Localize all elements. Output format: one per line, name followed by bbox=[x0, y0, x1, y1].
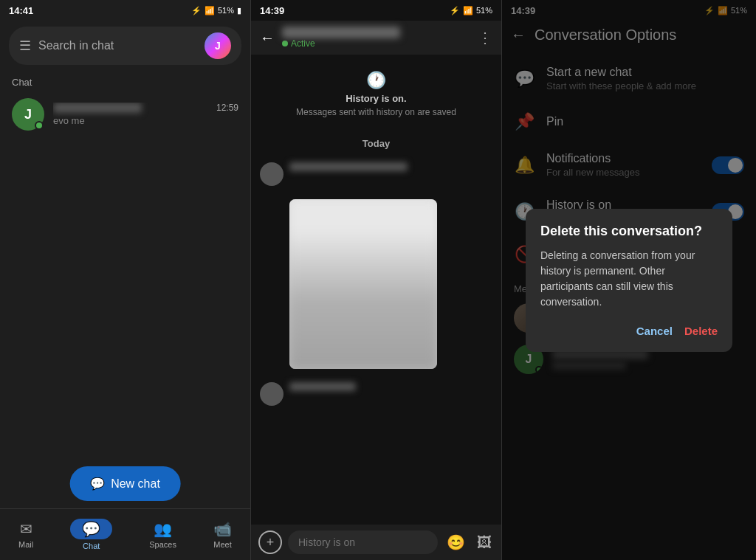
signal-icon: 📶 bbox=[205, 6, 215, 15]
dialog-cancel-button[interactable]: Cancel bbox=[636, 325, 673, 337]
status-bar-panel2: 14:39 ⚡ 📶 51% bbox=[251, 0, 501, 21]
nav-chat-label: Chat bbox=[83, 542, 100, 550]
status-icons-panel1: ⚡ 📶 51% ▮ bbox=[191, 6, 241, 15]
chat-list-panel: 14:41 ⚡ 📶 51% ▮ ☰ Search in chat J Chat … bbox=[0, 0, 251, 560]
sender-avatar-small bbox=[260, 162, 284, 186]
battery-text-p2: 51% bbox=[476, 6, 492, 15]
chat-view-panel: 14:39 ⚡ 📶 51% ← Active ⋮ 🕐 History is on… bbox=[251, 0, 502, 560]
history-subtitle: Messages sent with history on are saved bbox=[296, 107, 456, 117]
status-icons-panel2: ⚡ 📶 51% bbox=[450, 6, 492, 15]
dialog-delete-button[interactable]: Delete bbox=[684, 325, 718, 337]
nav-spaces[interactable]: 👥 Spaces bbox=[149, 520, 176, 549]
emoji-button[interactable]: 😊 bbox=[444, 530, 468, 554]
add-attachment-button[interactable]: + bbox=[258, 530, 282, 554]
message-text-blurred-2 bbox=[289, 382, 356, 391]
chat-input-bar: + 😊 🖼 ➤ bbox=[251, 525, 501, 560]
bluetooth-icon-p2: ⚡ bbox=[450, 6, 460, 15]
time-panel1: 14:41 bbox=[9, 5, 33, 16]
chat-section-label: Chat bbox=[0, 71, 250, 91]
mail-icon: ✉ bbox=[20, 520, 32, 538]
delete-dialog: Delete this conversation? Deleting a con… bbox=[526, 209, 732, 352]
chat-info: 12:59 evo me bbox=[53, 103, 238, 126]
battery-icon: ▮ bbox=[237, 6, 241, 15]
dialog-body: Deleting a conversation from your histor… bbox=[540, 248, 718, 310]
delete-dialog-overlay[interactable]: Delete this conversation? Deleting a con… bbox=[502, 0, 756, 560]
message-text-blurred bbox=[289, 162, 408, 171]
hamburger-icon[interactable]: ☰ bbox=[19, 38, 31, 54]
battery-text: 51% bbox=[218, 6, 234, 15]
nav-chat[interactable]: 💬 Chat bbox=[70, 519, 112, 550]
chat-input[interactable] bbox=[288, 530, 438, 554]
user-avatar[interactable]: J bbox=[205, 32, 231, 59]
chat-icon-bg: 💬 bbox=[70, 519, 112, 539]
chat-time: 12:59 bbox=[216, 103, 238, 113]
image-blur bbox=[289, 199, 437, 369]
meet-icon: 📹 bbox=[213, 520, 232, 538]
status-bar-panel1: 14:41 ⚡ 📶 51% ▮ bbox=[0, 0, 250, 21]
today-label: Today bbox=[260, 138, 492, 149]
history-notice-icon: 🕐 bbox=[366, 71, 386, 90]
bottom-nav: ✉ Mail 💬 Chat 👥 Spaces 📹 Meet bbox=[0, 508, 250, 560]
nav-mail-label: Mail bbox=[18, 540, 33, 549]
chat-nav-icon: 💬 bbox=[82, 520, 100, 538]
kebab-menu-button[interactable]: ⋮ bbox=[478, 29, 492, 46]
nav-mail[interactable]: ✉ Mail bbox=[18, 520, 33, 549]
new-chat-label: New chat bbox=[111, 477, 160, 491]
search-placeholder: Search in chat bbox=[38, 39, 197, 52]
plus-icon: + bbox=[267, 535, 275, 550]
dialog-buttons: Cancel Delete bbox=[540, 325, 718, 337]
new-chat-button[interactable]: 💬 New chat bbox=[69, 466, 181, 501]
chat-body: 🕐 History is on. Messages sent with hist… bbox=[251, 55, 501, 525]
sender-avatar-small-2 bbox=[260, 382, 284, 406]
nav-spaces-label: Spaces bbox=[149, 540, 176, 549]
nav-meet-label: Meet bbox=[213, 540, 231, 549]
active-label: Active bbox=[291, 38, 315, 49]
dialog-title: Delete this conversation? bbox=[540, 224, 718, 239]
chat-avatar: J bbox=[12, 98, 44, 131]
new-chat-icon: 💬 bbox=[90, 477, 105, 491]
incoming-message-1 bbox=[260, 162, 492, 186]
bluetooth-icon: ⚡ bbox=[191, 6, 202, 15]
image-button[interactable]: 🖼 bbox=[474, 531, 495, 554]
contact-name-blurred bbox=[282, 27, 400, 38]
spaces-icon: 👥 bbox=[154, 520, 172, 538]
online-dot bbox=[35, 121, 44, 130]
signal-icon-p2: 📶 bbox=[463, 6, 473, 15]
active-dot bbox=[282, 41, 288, 46]
nav-meet[interactable]: 📹 Meet bbox=[213, 520, 232, 549]
chat-list-item[interactable]: J 12:59 evo me bbox=[0, 91, 250, 138]
incoming-message-2 bbox=[260, 382, 492, 406]
chat-header: ← Active ⋮ bbox=[251, 21, 501, 55]
active-status: Active bbox=[282, 38, 470, 49]
conversation-options-panel: 14:39 ⚡ 📶 51% ← Conversation Options 💬 S… bbox=[502, 0, 756, 560]
chat-name-blurred bbox=[53, 103, 142, 113]
chat-preview: evo me bbox=[53, 115, 238, 126]
search-bar[interactable]: ☰ Search in chat J bbox=[9, 27, 241, 65]
back-button-p2[interactable]: ← bbox=[260, 30, 275, 46]
time-panel2: 14:39 bbox=[260, 5, 284, 16]
chat-name-row: 12:59 bbox=[53, 103, 238, 113]
image-message[interactable] bbox=[289, 199, 437, 369]
history-title: History is on. bbox=[346, 93, 406, 104]
history-notice: 🕐 History is on. Messages sent with hist… bbox=[260, 63, 492, 125]
